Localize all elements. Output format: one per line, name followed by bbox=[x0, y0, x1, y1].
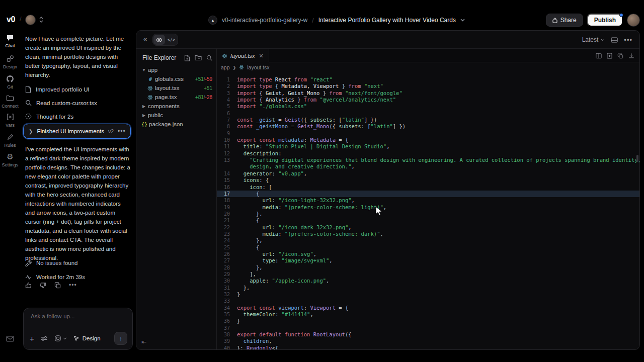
new-folder-icon[interactable] bbox=[195, 55, 202, 61]
tree-folder-app[interactable]: ▼app bbox=[136, 65, 216, 74]
workspace-avatar[interactable] bbox=[25, 15, 36, 25]
tree-file-package.json[interactable]: {}package.json bbox=[136, 120, 216, 129]
code-line[interactable]: 16 icon: [ bbox=[217, 184, 639, 191]
code-line[interactable]: 38export default function RootLayout({ bbox=[217, 331, 639, 338]
close-tab-icon[interactable]: ✕ bbox=[259, 53, 264, 59]
code-line[interactable]: 21 { bbox=[217, 217, 639, 224]
code-line[interactable]: 19 media: "(prefers-color-scheme: light)… bbox=[217, 204, 639, 211]
design-mode-chip[interactable]: Design bbox=[73, 335, 101, 341]
rail-item-design[interactable]: Design bbox=[0, 54, 20, 69]
version-card[interactable]: ❯ Finished UI improvements v2 ••• bbox=[23, 124, 131, 139]
followup-input[interactable] bbox=[31, 313, 121, 319]
tree-folder-components[interactable]: ▶components bbox=[136, 102, 216, 111]
version-selector[interactable]: Latest bbox=[582, 36, 605, 43]
code-line[interactable]: 4import { Analytics } from "@vercel/anal… bbox=[217, 97, 639, 103]
collapse-chat-icon[interactable]: « bbox=[143, 35, 147, 43]
step-improved-portfolio-ui[interactable]: Improved portfolio UI bbox=[25, 82, 131, 96]
breadcrumb-folder[interactable]: app bbox=[221, 64, 230, 70]
device-preview-icon[interactable] bbox=[611, 37, 618, 43]
editor-more-icon[interactable]: ••• bbox=[624, 36, 632, 44]
code-line[interactable]: design, and creative direction.", bbox=[217, 163, 639, 170]
thumbs-up-icon[interactable] bbox=[25, 282, 32, 289]
code-line[interactable]: 11 title: "Studio Pixel | Digital Design… bbox=[217, 143, 639, 150]
tree-file-globals.css[interactable]: #globals.css+51/-59 bbox=[136, 74, 216, 83]
collapse-explorer-icon[interactable]: ⇤ bbox=[141, 338, 146, 345]
code-line[interactable]: 9 bbox=[217, 130, 639, 137]
version-card-menu-icon[interactable]: ••• bbox=[118, 128, 126, 135]
code-line[interactable]: 25 { bbox=[217, 244, 639, 251]
new-file-icon[interactable] bbox=[184, 55, 190, 61]
code-line[interactable]: 36} bbox=[217, 318, 639, 324]
code-line[interactable]: 6 bbox=[217, 110, 639, 117]
rail-item-vars[interactable]: Vars bbox=[0, 113, 20, 128]
open-file-icon[interactable] bbox=[607, 53, 612, 59]
code-line[interactable]: 29 ], bbox=[217, 271, 639, 278]
publish-button[interactable]: Publish bbox=[587, 14, 623, 27]
code-line[interactable]: 1import type React from "react" bbox=[217, 76, 639, 83]
code-line[interactable]: 12 description: bbox=[217, 150, 639, 157]
rail-item-connect[interactable]: Connect bbox=[0, 94, 20, 109]
add-attachment-icon[interactable]: + bbox=[30, 334, 34, 343]
code-line[interactable]: 24 }, bbox=[217, 237, 639, 244]
code-line[interactable]: 7const _geist = Geist({ subsets: ["latin… bbox=[217, 117, 639, 123]
rail-item-chat[interactable]: Chat bbox=[0, 33, 20, 48]
feedback-mail-icon[interactable] bbox=[6, 336, 14, 342]
code-line[interactable]: 2import type { Metadata, Viewport } from… bbox=[217, 83, 639, 89]
code-line[interactable]: 39 children, bbox=[217, 338, 639, 344]
user-avatar[interactable] bbox=[627, 14, 640, 27]
sliders-icon[interactable] bbox=[41, 335, 48, 341]
code-line-current[interactable]: 17 { bbox=[217, 191, 639, 197]
v0-logo[interactable]: v0 bbox=[7, 15, 15, 24]
copy-file-icon[interactable] bbox=[617, 53, 623, 59]
preview-eye-icon[interactable] bbox=[153, 35, 165, 45]
split-editor-icon[interactable] bbox=[596, 53, 602, 59]
code-line[interactable]: 22 url: "/icon-dark-32x32.png", bbox=[217, 224, 639, 231]
rail-item-settings[interactable]: ⚙ Settings bbox=[0, 152, 20, 167]
tree-file-layout.tsx[interactable]: layout.tsx+51 bbox=[136, 83, 216, 93]
breadcrumb-project[interactable]: v0-interactive-portfolio-gallery-w bbox=[222, 17, 307, 24]
tree-file-page.tsx[interactable]: page.tsx+81/-28 bbox=[136, 93, 216, 102]
model-mode-selector[interactable] bbox=[54, 335, 67, 342]
code-line[interactable]: 26 url: "/icon.svg", bbox=[217, 251, 639, 257]
search-files-icon[interactable] bbox=[206, 55, 212, 61]
thumbs-down-icon[interactable] bbox=[40, 282, 46, 289]
code-lines[interactable]: 1import type React from "react"2import t… bbox=[217, 76, 639, 349]
share-button[interactable]: Share bbox=[546, 14, 583, 27]
step-thought[interactable]: Thought for 2s bbox=[25, 110, 131, 123]
code-line[interactable]: 31 }, bbox=[217, 285, 639, 291]
code-line[interactable]: 30 apple: "/apple-icon.png", bbox=[217, 278, 639, 284]
code-line[interactable]: 18 url: "/icon-light-32x32.png", bbox=[217, 197, 639, 204]
step-read-custom-cursor[interactable]: Read custom-cursor.tsx bbox=[25, 96, 131, 110]
code-line[interactable]: 37 bbox=[217, 325, 639, 331]
rail-item-git[interactable]: Git bbox=[0, 74, 20, 89]
code-line[interactable]: 15 icons: { bbox=[217, 177, 639, 184]
code-line[interactable]: 14 generator: "v0.app", bbox=[217, 170, 639, 177]
more-actions-icon[interactable]: ••• bbox=[69, 282, 77, 289]
code-line[interactable]: 3import { Geist, Geist_Mono } from "next… bbox=[217, 90, 639, 97]
send-button[interactable]: ↑ bbox=[114, 332, 127, 345]
code-line[interactable]: 28 }, bbox=[217, 264, 639, 271]
code-line[interactable]: 40}: Readonly<{ bbox=[217, 345, 639, 349]
code-line[interactable]: 8const _geistMono = Geist_Mono({ subsets… bbox=[217, 123, 639, 130]
code-line[interactable]: 5import "./globals.css" bbox=[217, 103, 639, 110]
download-icon[interactable] bbox=[628, 53, 634, 59]
code-line[interactable]: 33 bbox=[217, 298, 639, 304]
code-line[interactable]: 35 themeColor: "#141414", bbox=[217, 311, 639, 318]
editor-scrollbar[interactable] bbox=[636, 155, 638, 162]
code-line[interactable]: 10export const metadata: Metadata = { bbox=[217, 137, 639, 143]
tree-folder-public[interactable]: ▶public bbox=[136, 111, 216, 120]
breadcrumb-file[interactable]: layout.tsx bbox=[247, 64, 269, 70]
copy-icon[interactable] bbox=[54, 282, 61, 289]
chevron-down-icon[interactable] bbox=[460, 19, 465, 22]
code-line[interactable]: 27 type: "image/svg+xml", bbox=[217, 257, 639, 264]
code-line[interactable]: 34export const viewport: Viewport = { bbox=[217, 305, 639, 311]
breadcrumb-chat-title[interactable]: Interactive Portfolio Gallery with Hover… bbox=[318, 17, 456, 24]
tab-layout-tsx[interactable]: layout.tsx ✕ bbox=[217, 49, 269, 62]
code-line[interactable]: 32} bbox=[217, 291, 639, 298]
workspace-switcher-icon[interactable] bbox=[39, 16, 44, 23]
code-line[interactable]: 13 "Crafting digital experiences that bl… bbox=[217, 157, 639, 163]
code-line[interactable]: 23 media: "(prefers-color-scheme: dark)"… bbox=[217, 231, 639, 237]
code-view-icon[interactable]: </> bbox=[166, 35, 177, 45]
rail-item-rules[interactable]: Rules bbox=[0, 133, 20, 148]
code-line[interactable]: 20 }, bbox=[217, 211, 639, 217]
